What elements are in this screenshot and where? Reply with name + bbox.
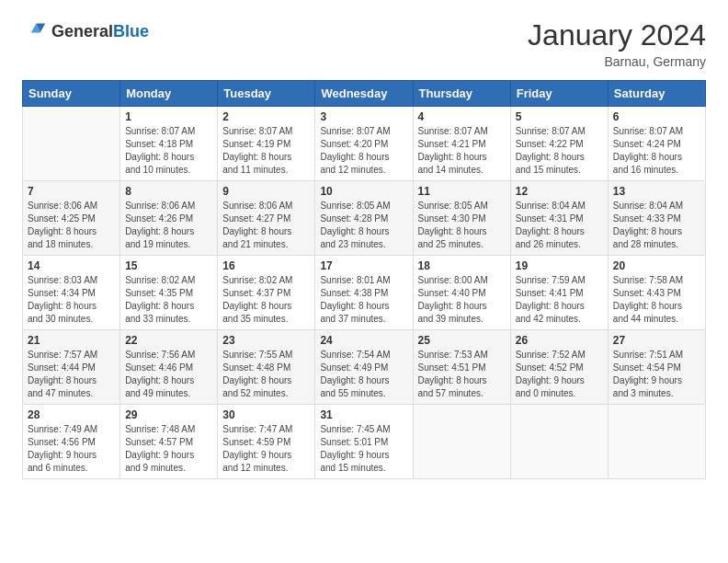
day-number: 25 [418,334,506,347]
cell-info: Sunrise: 7:48 AMSunset: 4:57 PMDaylight:… [125,423,212,475]
location-title: Barnau, Germany [528,54,706,69]
day-number: 3 [320,110,407,123]
calendar-cell: 26Sunrise: 7:52 AMSunset: 4:52 PMDayligh… [510,330,608,405]
cell-info: Sunrise: 8:07 AMSunset: 4:18 PMDaylight:… [125,125,212,177]
day-number: 26 [516,334,603,347]
day-number: 17 [320,259,407,272]
cell-info: Sunrise: 8:02 AMSunset: 4:37 PMDaylight:… [222,274,310,326]
day-number: 18 [418,259,506,272]
calendar-cell: 5Sunrise: 8:07 AMSunset: 4:22 PMDaylight… [510,107,608,181]
calendar-cell: 12Sunrise: 8:04 AMSunset: 4:31 PMDayligh… [510,181,608,256]
col-sunday: Sunday [23,81,120,107]
cell-info: Sunrise: 7:56 AMSunset: 4:46 PMDaylight:… [125,349,212,400]
day-number: 27 [613,334,700,347]
col-monday: Monday [120,81,218,107]
day-number: 19 [516,259,603,272]
cell-info: Sunrise: 8:07 AMSunset: 4:24 PMDaylight:… [613,125,700,177]
calendar-week-2: 14Sunrise: 8:03 AMSunset: 4:34 PMDayligh… [23,256,706,330]
col-wednesday: Wednesday [315,81,413,107]
calendar-cell: 6Sunrise: 8:07 AMSunset: 4:24 PMDaylight… [608,107,705,181]
day-number: 4 [418,110,506,123]
calendar-table: Sunday Monday Tuesday Wednesday Thursday… [22,80,706,479]
calendar-cell: 23Sunrise: 7:55 AMSunset: 4:48 PMDayligh… [218,330,315,405]
cell-info: Sunrise: 7:49 AMSunset: 4:56 PMDaylight:… [28,423,115,475]
day-number: 9 [222,185,310,198]
calendar-week-3: 21Sunrise: 7:57 AMSunset: 4:44 PMDayligh… [23,330,706,405]
cell-info: Sunrise: 7:47 AMSunset: 4:59 PMDaylight:… [222,423,310,475]
day-number: 12 [516,185,603,198]
calendar-cell [413,405,510,479]
day-number: 11 [418,185,506,198]
day-number: 31 [320,408,407,421]
day-number: 6 [613,110,700,123]
calendar-cell: 29Sunrise: 7:48 AMSunset: 4:57 PMDayligh… [120,405,218,479]
calendar-cell: 19Sunrise: 7:59 AMSunset: 4:41 PMDayligh… [510,256,608,330]
calendar-cell: 3Sunrise: 8:07 AMSunset: 4:20 PMDaylight… [315,107,413,181]
cell-info: Sunrise: 8:05 AMSunset: 4:28 PMDaylight:… [320,200,407,251]
cell-info: Sunrise: 8:06 AMSunset: 4:27 PMDaylight:… [222,200,310,251]
calendar-cell [608,405,705,479]
calendar-cell: 22Sunrise: 7:56 AMSunset: 4:46 PMDayligh… [120,330,218,405]
cell-info: Sunrise: 8:07 AMSunset: 4:19 PMDaylight:… [222,125,310,177]
calendar-body: 1Sunrise: 8:07 AMSunset: 4:18 PMDaylight… [23,107,706,479]
logo: GeneralBlue [22,18,149,44]
cell-info: Sunrise: 8:07 AMSunset: 4:20 PMDaylight:… [320,125,407,177]
calendar-cell: 20Sunrise: 7:58 AMSunset: 4:43 PMDayligh… [608,256,705,330]
logo-text-blue: Blue [113,22,149,40]
day-number: 23 [222,334,310,347]
cell-info: Sunrise: 8:04 AMSunset: 4:31 PMDaylight:… [516,200,603,251]
col-saturday: Saturday [608,81,705,107]
cell-info: Sunrise: 8:06 AMSunset: 4:25 PMDaylight:… [28,200,115,251]
calendar-week-0: 1Sunrise: 8:07 AMSunset: 4:18 PMDaylight… [23,107,706,181]
calendar-cell: 11Sunrise: 8:05 AMSunset: 4:30 PMDayligh… [413,181,510,256]
calendar-week-1: 7Sunrise: 8:06 AMSunset: 4:25 PMDaylight… [23,181,706,256]
calendar-cell: 28Sunrise: 7:49 AMSunset: 4:56 PMDayligh… [23,405,120,479]
calendar-cell: 4Sunrise: 8:07 AMSunset: 4:21 PMDaylight… [413,107,510,181]
calendar-cell: 1Sunrise: 8:07 AMSunset: 4:18 PMDaylight… [120,107,218,181]
cell-info: Sunrise: 8:06 AMSunset: 4:26 PMDaylight:… [125,200,212,251]
calendar-cell: 2Sunrise: 8:07 AMSunset: 4:19 PMDaylight… [218,107,315,181]
calendar-week-4: 28Sunrise: 7:49 AMSunset: 4:56 PMDayligh… [23,405,706,479]
cell-info: Sunrise: 7:58 AMSunset: 4:43 PMDaylight:… [613,274,700,326]
cell-info: Sunrise: 8:05 AMSunset: 4:30 PMDaylight:… [418,200,506,251]
calendar-cell: 16Sunrise: 8:02 AMSunset: 4:37 PMDayligh… [218,256,315,330]
calendar-header: Sunday Monday Tuesday Wednesday Thursday… [23,81,706,107]
calendar-cell: 31Sunrise: 7:45 AMSunset: 5:01 PMDayligh… [315,405,413,479]
title-area: January 2024 Barnau, Germany [528,18,706,69]
day-number: 29 [125,408,212,421]
cell-info: Sunrise: 8:03 AMSunset: 4:34 PMDaylight:… [28,274,115,326]
day-number: 16 [222,259,310,272]
day-number: 20 [613,259,700,272]
cell-info: Sunrise: 7:52 AMSunset: 4:52 PMDaylight:… [516,349,603,400]
cell-info: Sunrise: 7:53 AMSunset: 4:51 PMDaylight:… [418,349,506,400]
header: GeneralBlue January 2024 Barnau, Germany [22,18,706,69]
calendar-cell [23,107,120,181]
calendar-cell: 27Sunrise: 7:51 AMSunset: 4:54 PMDayligh… [608,330,705,405]
calendar-cell [510,405,608,479]
calendar-cell: 25Sunrise: 7:53 AMSunset: 4:51 PMDayligh… [413,330,510,405]
logo-icon [22,18,48,44]
calendar-cell: 24Sunrise: 7:54 AMSunset: 4:49 PMDayligh… [315,330,413,405]
day-number: 21 [28,334,115,347]
cell-info: Sunrise: 8:07 AMSunset: 4:22 PMDaylight:… [516,125,603,177]
col-friday: Friday [510,81,608,107]
day-number: 5 [516,110,603,123]
col-tuesday: Tuesday [218,81,315,107]
cell-info: Sunrise: 8:02 AMSunset: 4:35 PMDaylight:… [125,274,212,326]
day-number: 22 [125,334,212,347]
cell-info: Sunrise: 7:45 AMSunset: 5:01 PMDaylight:… [320,423,407,475]
calendar-cell: 17Sunrise: 8:01 AMSunset: 4:38 PMDayligh… [315,256,413,330]
calendar-cell: 18Sunrise: 8:00 AMSunset: 4:40 PMDayligh… [413,256,510,330]
cell-info: Sunrise: 8:07 AMSunset: 4:21 PMDaylight:… [418,125,506,177]
calendar-cell: 9Sunrise: 8:06 AMSunset: 4:27 PMDaylight… [218,181,315,256]
cell-info: Sunrise: 8:04 AMSunset: 4:33 PMDaylight:… [613,200,700,251]
calendar-cell: 10Sunrise: 8:05 AMSunset: 4:28 PMDayligh… [315,181,413,256]
day-number: 24 [320,334,407,347]
cell-info: Sunrise: 7:55 AMSunset: 4:48 PMDaylight:… [222,349,310,400]
calendar-cell: 7Sunrise: 8:06 AMSunset: 4:25 PMDaylight… [23,181,120,256]
calendar-cell: 8Sunrise: 8:06 AMSunset: 4:26 PMDaylight… [120,181,218,256]
day-number: 15 [125,259,212,272]
header-row: Sunday Monday Tuesday Wednesday Thursday… [23,81,706,107]
day-number: 1 [125,110,212,123]
day-number: 8 [125,185,212,198]
